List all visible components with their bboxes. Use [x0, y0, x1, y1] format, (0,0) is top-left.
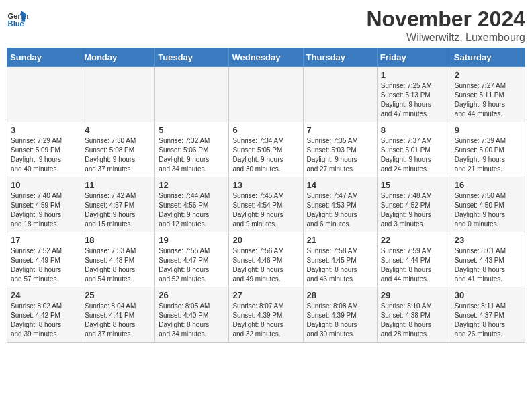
column-header-monday: Monday	[81, 48, 155, 67]
calendar-header-row: SundayMondayTuesdayWednesdayThursdayFrid…	[7, 48, 525, 67]
day-number: 24	[11, 290, 77, 300]
calendar-cell: 23Sunrise: 8:01 AM Sunset: 4:43 PM Dayli…	[451, 232, 525, 287]
calendar-week-3: 10Sunrise: 7:40 AM Sunset: 4:59 PM Dayli…	[7, 177, 525, 232]
day-info: Sunrise: 8:04 AM Sunset: 4:41 PM Dayligh…	[85, 302, 151, 339]
day-number: 21	[307, 235, 373, 245]
title-area: November 2024 Wilwerwiltz, Luxembourg	[366, 7, 525, 44]
calendar-table: SundayMondayTuesdayWednesdayThursdayFrid…	[7, 48, 525, 342]
calendar-cell: 10Sunrise: 7:40 AM Sunset: 4:59 PM Dayli…	[7, 177, 81, 232]
day-number: 23	[455, 235, 521, 245]
day-info: Sunrise: 7:39 AM Sunset: 5:00 PM Dayligh…	[455, 136, 521, 174]
day-info: Sunrise: 8:05 AM Sunset: 4:40 PM Dayligh…	[159, 302, 225, 339]
day-number: 7	[307, 125, 373, 135]
day-number: 2	[455, 70, 521, 80]
day-info: Sunrise: 7:32 AM Sunset: 5:06 PM Dayligh…	[159, 136, 225, 174]
logo: General Blue	[7, 7, 28, 28]
calendar-cell: 3Sunrise: 7:29 AM Sunset: 5:09 PM Daylig…	[7, 122, 81, 177]
calendar-cell: 25Sunrise: 8:04 AM Sunset: 4:41 PM Dayli…	[81, 287, 155, 342]
month-title: November 2024	[366, 7, 525, 32]
day-info: Sunrise: 7:45 AM Sunset: 4:54 PM Dayligh…	[232, 191, 299, 229]
day-number: 9	[455, 125, 521, 135]
day-info: Sunrise: 7:56 AM Sunset: 4:46 PM Dayligh…	[232, 246, 299, 284]
calendar-cell: 30Sunrise: 8:11 AM Sunset: 4:37 PM Dayli…	[451, 287, 525, 342]
calendar-week-5: 24Sunrise: 8:02 AM Sunset: 4:42 PM Dayli…	[7, 287, 525, 342]
calendar-cell: 17Sunrise: 7:52 AM Sunset: 4:49 PM Dayli…	[7, 232, 81, 287]
calendar-cell: 5Sunrise: 7:32 AM Sunset: 5:06 PM Daylig…	[155, 122, 229, 177]
day-info: Sunrise: 7:59 AM Sunset: 4:44 PM Dayligh…	[381, 246, 447, 284]
day-info: Sunrise: 8:08 AM Sunset: 4:39 PM Dayligh…	[307, 302, 373, 339]
day-info: Sunrise: 7:47 AM Sunset: 4:53 PM Dayligh…	[307, 191, 373, 229]
calendar-cell: 22Sunrise: 7:59 AM Sunset: 4:44 PM Dayli…	[377, 232, 451, 287]
calendar-cell: 2Sunrise: 7:27 AM Sunset: 5:11 PM Daylig…	[451, 67, 525, 122]
calendar-cell: 14Sunrise: 7:47 AM Sunset: 4:53 PM Dayli…	[303, 177, 377, 232]
calendar-cell: 20Sunrise: 7:56 AM Sunset: 4:46 PM Dayli…	[229, 232, 303, 287]
svg-text:Blue: Blue	[8, 19, 24, 28]
day-info: Sunrise: 7:29 AM Sunset: 5:09 PM Dayligh…	[11, 136, 77, 174]
day-info: Sunrise: 7:50 AM Sunset: 4:50 PM Dayligh…	[455, 191, 521, 229]
calendar-cell	[303, 67, 377, 122]
calendar-cell: 12Sunrise: 7:44 AM Sunset: 4:56 PM Dayli…	[155, 177, 229, 232]
calendar-cell: 27Sunrise: 8:07 AM Sunset: 4:39 PM Dayli…	[229, 287, 303, 342]
day-number: 17	[11, 235, 77, 245]
calendar-cell: 15Sunrise: 7:48 AM Sunset: 4:52 PM Dayli…	[377, 177, 451, 232]
calendar-cell: 8Sunrise: 7:37 AM Sunset: 5:01 PM Daylig…	[377, 122, 451, 177]
day-info: Sunrise: 8:07 AM Sunset: 4:39 PM Dayligh…	[232, 302, 299, 339]
day-info: Sunrise: 7:27 AM Sunset: 5:11 PM Dayligh…	[455, 81, 521, 119]
day-number: 25	[85, 290, 151, 300]
column-header-saturday: Saturday	[451, 48, 525, 67]
day-number: 10	[11, 180, 77, 190]
day-number: 18	[85, 235, 151, 245]
location: Wilwerwiltz, Luxembourg	[366, 32, 525, 44]
calendar-cell: 9Sunrise: 7:39 AM Sunset: 5:00 PM Daylig…	[451, 122, 525, 177]
day-number: 19	[159, 235, 225, 245]
calendar-cell: 11Sunrise: 7:42 AM Sunset: 4:57 PM Dayli…	[81, 177, 155, 232]
logo-icon: General Blue	[7, 7, 28, 28]
calendar-cell: 6Sunrise: 7:34 AM Sunset: 5:05 PM Daylig…	[229, 122, 303, 177]
day-number: 3	[11, 125, 77, 135]
column-header-thursday: Thursday	[303, 48, 377, 67]
day-info: Sunrise: 7:58 AM Sunset: 4:45 PM Dayligh…	[307, 246, 373, 284]
day-info: Sunrise: 7:52 AM Sunset: 4:49 PM Dayligh…	[11, 246, 77, 284]
svg-text:General: General	[8, 12, 28, 20]
day-number: 8	[381, 125, 447, 135]
day-number: 6	[232, 125, 299, 135]
day-info: Sunrise: 7:40 AM Sunset: 4:59 PM Dayligh…	[11, 191, 77, 229]
day-info: Sunrise: 8:02 AM Sunset: 4:42 PM Dayligh…	[11, 302, 77, 339]
calendar-cell: 7Sunrise: 7:35 AM Sunset: 5:03 PM Daylig…	[303, 122, 377, 177]
calendar-cell	[229, 67, 303, 122]
column-header-sunday: Sunday	[7, 48, 81, 67]
calendar-cell: 13Sunrise: 7:45 AM Sunset: 4:54 PM Dayli…	[229, 177, 303, 232]
day-info: Sunrise: 8:10 AM Sunset: 4:38 PM Dayligh…	[381, 302, 447, 339]
day-number: 29	[381, 290, 447, 300]
day-number: 5	[159, 125, 225, 135]
day-number: 26	[159, 290, 225, 300]
day-number: 16	[455, 180, 521, 190]
calendar-cell: 21Sunrise: 7:58 AM Sunset: 4:45 PM Dayli…	[303, 232, 377, 287]
day-info: Sunrise: 7:25 AM Sunset: 5:13 PM Dayligh…	[381, 81, 447, 119]
calendar-cell: 29Sunrise: 8:10 AM Sunset: 4:38 PM Dayli…	[377, 287, 451, 342]
day-info: Sunrise: 7:44 AM Sunset: 4:56 PM Dayligh…	[159, 191, 225, 229]
calendar-cell	[155, 67, 229, 122]
day-info: Sunrise: 8:11 AM Sunset: 4:37 PM Dayligh…	[455, 302, 521, 339]
calendar-cell: 28Sunrise: 8:08 AM Sunset: 4:39 PM Dayli…	[303, 287, 377, 342]
day-number: 1	[381, 70, 447, 80]
day-info: Sunrise: 8:01 AM Sunset: 4:43 PM Dayligh…	[455, 246, 521, 284]
day-info: Sunrise: 7:34 AM Sunset: 5:05 PM Dayligh…	[232, 136, 299, 174]
day-info: Sunrise: 7:35 AM Sunset: 5:03 PM Dayligh…	[307, 136, 373, 174]
calendar-cell: 4Sunrise: 7:30 AM Sunset: 5:08 PM Daylig…	[81, 122, 155, 177]
calendar-cell: 19Sunrise: 7:55 AM Sunset: 4:47 PM Dayli…	[155, 232, 229, 287]
calendar-week-4: 17Sunrise: 7:52 AM Sunset: 4:49 PM Dayli…	[7, 232, 525, 287]
calendar-cell: 26Sunrise: 8:05 AM Sunset: 4:40 PM Dayli…	[155, 287, 229, 342]
calendar-cell: 24Sunrise: 8:02 AM Sunset: 4:42 PM Dayli…	[7, 287, 81, 342]
day-info: Sunrise: 7:48 AM Sunset: 4:52 PM Dayligh…	[381, 191, 447, 229]
column-header-wednesday: Wednesday	[229, 48, 303, 67]
day-number: 27	[232, 290, 299, 300]
day-info: Sunrise: 7:42 AM Sunset: 4:57 PM Dayligh…	[85, 191, 151, 229]
day-info: Sunrise: 7:37 AM Sunset: 5:01 PM Dayligh…	[381, 136, 447, 174]
calendar-cell: 18Sunrise: 7:53 AM Sunset: 4:48 PM Dayli…	[81, 232, 155, 287]
day-number: 13	[232, 180, 299, 190]
calendar-cell	[81, 67, 155, 122]
day-info: Sunrise: 7:53 AM Sunset: 4:48 PM Dayligh…	[85, 246, 151, 284]
day-number: 14	[307, 180, 373, 190]
day-number: 4	[85, 125, 151, 135]
